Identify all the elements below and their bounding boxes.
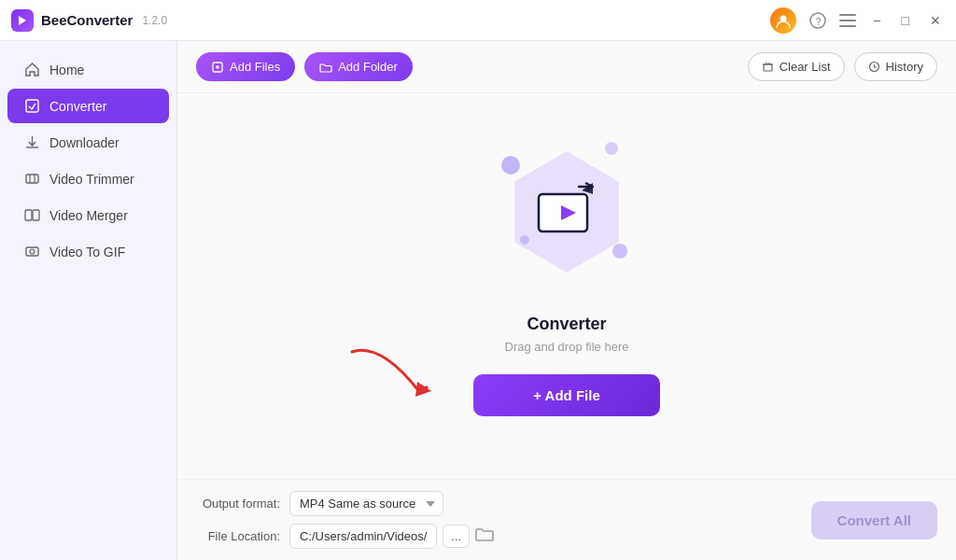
drop-zone-title: Converter <box>527 315 606 334</box>
deco-circle-4 <box>520 235 529 245</box>
file-location-label: File Location: <box>196 529 280 543</box>
avatar[interactable] <box>770 7 796 34</box>
svg-rect-5 <box>839 20 856 21</box>
help-icon[interactable]: ? <box>809 12 826 29</box>
file-location-row: File Location: C:/Users/admin/Videos/ ..… <box>196 524 494 549</box>
sidebar: Home Converter Downloader <box>0 41 177 560</box>
app-version: 1.2.0 <box>142 14 167 27</box>
svg-rect-13 <box>26 247 38 256</box>
drop-zone-subtitle: Drag and drop file here <box>505 340 629 354</box>
sidebar-label-downloader: Downloader <box>49 135 120 150</box>
video-icon-wrap <box>529 179 604 245</box>
svg-rect-8 <box>26 175 38 183</box>
add-file-button[interactable]: + Add File <box>473 374 660 416</box>
svg-rect-4 <box>839 14 856 16</box>
menu-icon[interactable] <box>839 14 856 27</box>
history-label: History <box>886 60 923 74</box>
video-to-gif-icon <box>24 244 40 259</box>
sidebar-item-video-trimmer[interactable]: Video Trimmer <box>7 161 169 196</box>
add-folder-label: Add Folder <box>338 60 398 74</box>
app-name: BeeConverter <box>41 12 133 28</box>
footer: Output format: MP4 Same as source File L… <box>177 479 956 560</box>
clear-list-label: Clear List <box>780 60 831 74</box>
svg-rect-12 <box>33 210 39 220</box>
sidebar-item-downloader[interactable]: Downloader <box>7 125 169 160</box>
file-location-input[interactable]: C:/Users/admin/Videos/ <box>289 524 437 549</box>
content-area: Add Files Add Folder <box>177 41 956 560</box>
add-file-label: + Add File <box>533 387 600 403</box>
clear-list-button[interactable]: Clear List <box>748 52 845 81</box>
svg-rect-6 <box>839 25 856 27</box>
sidebar-item-video-to-gif[interactable]: Video To GIF <box>7 234 169 269</box>
file-location-path-wrap: C:/Users/admin/Videos/ ... <box>289 524 494 549</box>
add-files-button[interactable]: Add Files <box>196 52 295 81</box>
svg-rect-11 <box>25 210 32 220</box>
sidebar-label-converter: Converter <box>49 99 106 114</box>
sidebar-item-video-merger[interactable]: Video Merger <box>7 198 169 232</box>
sidebar-label-video-trimmer: Video Trimmer <box>49 172 134 187</box>
app-logo <box>11 9 34 32</box>
video-trimmer-icon <box>24 171 40 187</box>
sidebar-label-home: Home <box>49 63 84 77</box>
deco-circle-3 <box>612 244 627 259</box>
convert-all-button[interactable]: Convert All <box>811 501 937 539</box>
add-files-label: Add Files <box>230 60 280 74</box>
svg-point-14 <box>30 249 35 254</box>
drop-zone-illustration <box>483 128 651 296</box>
toolbar-right: Clear List History <box>748 52 937 81</box>
svg-rect-18 <box>764 64 772 71</box>
arrow-illustration <box>343 333 464 412</box>
file-location-dots-button[interactable]: ... <box>443 525 470 548</box>
sidebar-item-home[interactable]: Home <box>7 52 169 87</box>
toolbar: Add Files Add Folder <box>177 41 956 93</box>
folder-icon[interactable] <box>475 525 494 547</box>
deco-circle-2 <box>605 142 618 155</box>
maximize-button[interactable]: □ <box>898 11 913 30</box>
title-bar-left: BeeConverter 1.2.0 <box>11 9 167 32</box>
close-button[interactable]: ✕ <box>926 11 945 30</box>
main-layout: Home Converter Downloader <box>0 41 956 560</box>
converter-icon <box>24 98 40 114</box>
output-format-row: Output format: MP4 Same as source <box>196 491 494 516</box>
title-bar: BeeConverter 1.2.0 ? − □ ✕ <box>0 0 956 41</box>
sidebar-item-converter[interactable]: Converter <box>7 89 169 123</box>
svg-marker-0 <box>19 16 26 25</box>
drop-zone: Converter Drag and drop file here + Add … <box>177 93 956 479</box>
toolbar-left: Add Files Add Folder <box>196 52 413 81</box>
sidebar-label-video-to-gif: Video To GIF <box>49 245 125 259</box>
downloader-icon <box>24 134 40 150</box>
svg-text:?: ? <box>816 15 822 26</box>
minimize-button[interactable]: − <box>869 11 884 30</box>
output-format-select[interactable]: MP4 Same as source <box>289 491 443 516</box>
title-bar-right: ? − □ ✕ <box>770 7 945 34</box>
footer-fields: Output format: MP4 Same as source File L… <box>196 491 494 549</box>
video-merger-icon <box>24 207 40 223</box>
output-format-label: Output format: <box>196 497 280 511</box>
add-folder-button[interactable]: Add Folder <box>304 52 413 81</box>
history-button[interactable]: History <box>854 52 937 81</box>
deco-circle-1 <box>501 156 520 175</box>
sidebar-label-video-merger: Video Merger <box>49 208 128 223</box>
home-icon <box>24 62 40 77</box>
svg-rect-7 <box>26 100 38 112</box>
